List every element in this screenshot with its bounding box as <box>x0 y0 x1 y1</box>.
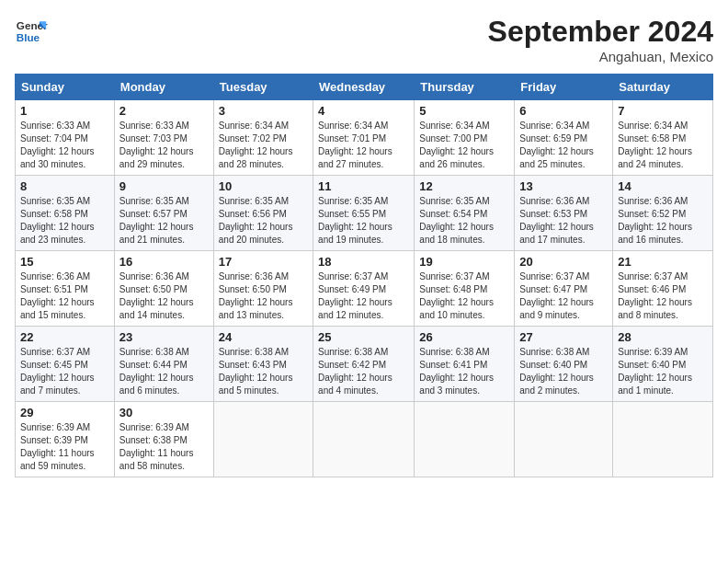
table-row: 30 Sunrise: 6:39 AMSunset: 6:38 PMDaylig… <box>114 402 213 477</box>
table-row <box>313 402 415 477</box>
col-sunday: Sunday <box>16 75 115 100</box>
col-tuesday: Tuesday <box>213 75 313 100</box>
page-header: General Blue General Blue September 2024… <box>15 15 713 64</box>
day-info: Sunrise: 6:36 AMSunset: 6:50 PMDaylight:… <box>219 271 293 320</box>
day-number: 26 <box>419 330 509 344</box>
table-row: 8 Sunrise: 6:35 AMSunset: 6:58 PMDayligh… <box>16 176 115 251</box>
table-row <box>515 402 613 477</box>
day-number: 20 <box>519 255 608 269</box>
col-saturday: Saturday <box>613 75 713 100</box>
col-monday: Monday <box>114 75 213 100</box>
day-info: Sunrise: 6:35 AMSunset: 6:57 PMDaylight:… <box>119 196 194 245</box>
day-number: 4 <box>318 104 409 118</box>
col-wednesday: Wednesday <box>313 75 415 100</box>
table-row: 16 Sunrise: 6:36 AMSunset: 6:50 PMDaylig… <box>114 251 213 327</box>
table-row: 14 Sunrise: 6:36 AMSunset: 6:52 PMDaylig… <box>613 176 713 251</box>
day-number: 29 <box>20 406 109 419</box>
day-number: 13 <box>519 179 608 193</box>
table-row: 7 Sunrise: 6:34 AMSunset: 6:58 PMDayligh… <box>613 100 713 176</box>
header-row: Sunday Monday Tuesday Wednesday Thursday… <box>16 75 713 100</box>
day-info: Sunrise: 6:38 AMSunset: 6:40 PMDaylight:… <box>519 347 594 396</box>
calendar-table: Sunday Monday Tuesday Wednesday Thursday… <box>15 74 713 477</box>
day-info: Sunrise: 6:37 AMSunset: 6:49 PMDaylight:… <box>318 271 392 320</box>
day-info: Sunrise: 6:36 AMSunset: 6:53 PMDaylight:… <box>519 196 594 245</box>
table-row: 20 Sunrise: 6:37 AMSunset: 6:47 PMDaylig… <box>515 251 613 327</box>
day-info: Sunrise: 6:36 AMSunset: 6:51 PMDaylight:… <box>20 271 95 320</box>
table-row: 17 Sunrise: 6:36 AMSunset: 6:50 PMDaylig… <box>213 251 313 327</box>
table-row: 15 Sunrise: 6:36 AMSunset: 6:51 PMDaylig… <box>16 251 115 327</box>
table-row: 9 Sunrise: 6:35 AMSunset: 6:57 PMDayligh… <box>114 176 213 251</box>
table-row: 1 Sunrise: 6:33 AMSunset: 7:04 PMDayligh… <box>16 100 115 176</box>
day-number: 28 <box>618 330 708 344</box>
table-row <box>613 402 713 477</box>
day-info: Sunrise: 6:39 AMSunset: 6:40 PMDaylight:… <box>618 347 692 396</box>
calendar-row: 22 Sunrise: 6:37 AMSunset: 6:45 PMDaylig… <box>16 327 713 402</box>
table-row: 4 Sunrise: 6:34 AMSunset: 7:01 PMDayligh… <box>313 100 415 176</box>
day-number: 14 <box>618 179 708 193</box>
day-number: 30 <box>119 406 209 419</box>
day-info: Sunrise: 6:36 AMSunset: 6:50 PMDaylight:… <box>119 271 194 320</box>
table-row: 18 Sunrise: 6:37 AMSunset: 6:49 PMDaylig… <box>313 251 415 327</box>
day-info: Sunrise: 6:38 AMSunset: 6:43 PMDaylight:… <box>219 347 293 396</box>
table-row: 12 Sunrise: 6:35 AMSunset: 6:54 PMDaylig… <box>415 176 515 251</box>
day-info: Sunrise: 6:36 AMSunset: 6:52 PMDaylight:… <box>618 196 692 245</box>
table-row: 3 Sunrise: 6:34 AMSunset: 7:02 PMDayligh… <box>213 100 313 176</box>
table-row: 21 Sunrise: 6:37 AMSunset: 6:46 PMDaylig… <box>613 251 713 327</box>
table-row: 5 Sunrise: 6:34 AMSunset: 7:00 PMDayligh… <box>415 100 515 176</box>
calendar-row: 1 Sunrise: 6:33 AMSunset: 7:04 PMDayligh… <box>16 100 713 176</box>
day-number: 3 <box>219 104 308 118</box>
day-number: 25 <box>318 330 409 344</box>
month-title: September 2024 <box>488 15 713 49</box>
table-row: 2 Sunrise: 6:33 AMSunset: 7:03 PMDayligh… <box>114 100 213 176</box>
calendar-row: 29 Sunrise: 6:39 AMSunset: 6:39 PMDaylig… <box>16 402 713 477</box>
day-info: Sunrise: 6:38 AMSunset: 6:42 PMDaylight:… <box>318 347 392 396</box>
table-row <box>213 402 313 477</box>
day-info: Sunrise: 6:34 AMSunset: 6:59 PMDaylight:… <box>519 121 594 169</box>
table-row: 25 Sunrise: 6:38 AMSunset: 6:42 PMDaylig… <box>313 327 415 402</box>
day-number: 27 <box>519 330 608 344</box>
table-row: 26 Sunrise: 6:38 AMSunset: 6:41 PMDaylig… <box>415 327 515 402</box>
table-row: 29 Sunrise: 6:39 AMSunset: 6:39 PMDaylig… <box>16 402 115 477</box>
title-area: September 2024 Angahuan, Mexico <box>488 15 713 64</box>
col-thursday: Thursday <box>415 75 515 100</box>
day-number: 16 <box>119 255 209 269</box>
day-number: 11 <box>318 179 409 193</box>
day-info: Sunrise: 6:37 AMSunset: 6:48 PMDaylight:… <box>419 271 494 320</box>
table-row: 24 Sunrise: 6:38 AMSunset: 6:43 PMDaylig… <box>213 327 313 402</box>
day-info: Sunrise: 6:34 AMSunset: 7:00 PMDaylight:… <box>419 121 494 169</box>
table-row: 6 Sunrise: 6:34 AMSunset: 6:59 PMDayligh… <box>515 100 613 176</box>
table-row: 19 Sunrise: 6:37 AMSunset: 6:48 PMDaylig… <box>415 251 515 327</box>
calendar-row: 15 Sunrise: 6:36 AMSunset: 6:51 PMDaylig… <box>16 251 713 327</box>
day-info: Sunrise: 6:38 AMSunset: 6:41 PMDaylight:… <box>419 347 494 396</box>
day-number: 24 <box>219 330 308 344</box>
day-number: 22 <box>20 330 109 344</box>
table-row: 27 Sunrise: 6:38 AMSunset: 6:40 PMDaylig… <box>515 327 613 402</box>
day-info: Sunrise: 6:37 AMSunset: 6:45 PMDaylight:… <box>20 347 95 396</box>
table-row: 11 Sunrise: 6:35 AMSunset: 6:55 PMDaylig… <box>313 176 415 251</box>
day-info: Sunrise: 6:37 AMSunset: 6:46 PMDaylight:… <box>618 271 692 320</box>
day-number: 1 <box>20 104 109 118</box>
day-number: 10 <box>219 179 308 193</box>
day-info: Sunrise: 6:35 AMSunset: 6:56 PMDaylight:… <box>219 196 293 245</box>
day-number: 5 <box>419 104 509 118</box>
logo-icon: General Blue <box>15 15 48 48</box>
day-info: Sunrise: 6:39 AMSunset: 6:38 PMDaylight:… <box>119 422 194 471</box>
table-row: 23 Sunrise: 6:38 AMSunset: 6:44 PMDaylig… <box>114 327 213 402</box>
table-row: 10 Sunrise: 6:35 AMSunset: 6:56 PMDaylig… <box>213 176 313 251</box>
day-number: 18 <box>318 255 409 269</box>
table-row: 22 Sunrise: 6:37 AMSunset: 6:45 PMDaylig… <box>16 327 115 402</box>
table-row <box>415 402 515 477</box>
day-info: Sunrise: 6:35 AMSunset: 6:58 PMDaylight:… <box>20 196 95 245</box>
day-info: Sunrise: 6:34 AMSunset: 6:58 PMDaylight:… <box>618 121 692 169</box>
day-number: 6 <box>519 104 608 118</box>
day-number: 15 <box>20 255 109 269</box>
day-number: 19 <box>419 255 509 269</box>
location-title: Angahuan, Mexico <box>488 49 713 64</box>
day-info: Sunrise: 6:33 AMSunset: 7:03 PMDaylight:… <box>119 121 194 169</box>
table-row: 13 Sunrise: 6:36 AMSunset: 6:53 PMDaylig… <box>515 176 613 251</box>
day-info: Sunrise: 6:37 AMSunset: 6:47 PMDaylight:… <box>519 271 594 320</box>
day-info: Sunrise: 6:35 AMSunset: 6:54 PMDaylight:… <box>419 196 494 245</box>
day-info: Sunrise: 6:38 AMSunset: 6:44 PMDaylight:… <box>119 347 194 396</box>
col-friday: Friday <box>515 75 613 100</box>
calendar-row: 8 Sunrise: 6:35 AMSunset: 6:58 PMDayligh… <box>16 176 713 251</box>
